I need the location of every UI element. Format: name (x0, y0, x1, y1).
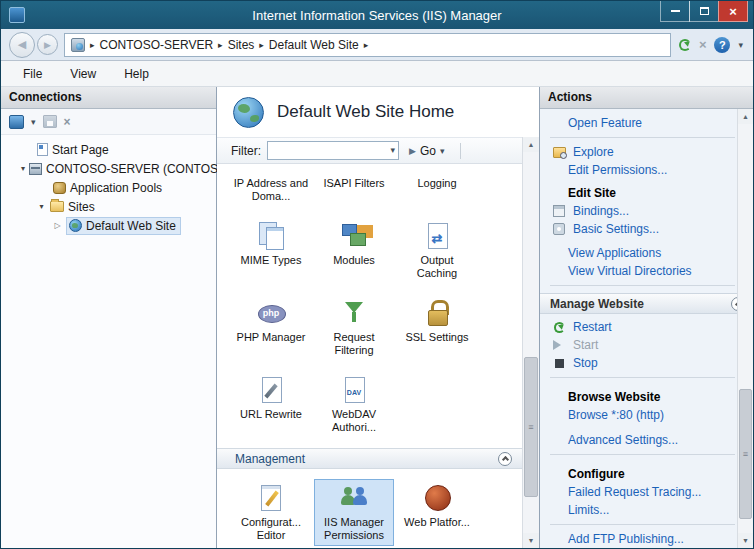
iis-manager-window: Internet Information Services (IIS) Mana… (0, 0, 754, 549)
tree-item-application-pools[interactable]: Application Pools (1, 178, 216, 197)
feature-modules[interactable]: Modules (314, 217, 394, 284)
webdav-icon: DAV (338, 375, 370, 405)
feature-webdav-authoring[interactable]: DAV WebDAV Authori... (314, 371, 394, 438)
action-explore[interactable]: Explore (550, 143, 735, 161)
tree-collapsed-icon[interactable]: ▷ (53, 221, 62, 230)
server-breadcrumb-icon (71, 38, 85, 52)
action-basic-settings[interactable]: Basic Settings... (550, 220, 735, 238)
feature-ip-address[interactable]: IP Address and Doma... (231, 173, 311, 207)
go-button[interactable]: ▶ Go ▾ (405, 143, 448, 159)
action-restart[interactable]: Restart (550, 318, 735, 336)
main-scrollbar[interactable]: ▲ ≡ ▼ (522, 137, 539, 548)
tree-item-start-page[interactable]: Start Page (1, 140, 216, 159)
action-open-feature[interactable]: Open Feature (550, 114, 735, 132)
help-icon[interactable]: ? (714, 37, 730, 53)
feature-configuration-editor[interactable]: Configurat... Editor (231, 479, 311, 546)
scroll-down-icon[interactable]: ▼ (738, 533, 753, 548)
delete-connection-icon[interactable]: × (64, 115, 71, 129)
feature-mime-types[interactable]: MIME Types (231, 217, 311, 284)
sites-folder-icon (50, 201, 64, 212)
menu-help[interactable]: Help (124, 67, 149, 81)
minimize-button[interactable] (660, 1, 690, 22)
address-bar: ◀ ▶ ▸ CONTOSO-SERVER ▸ Sites ▸ Default W… (1, 29, 753, 61)
tree-expanded-icon[interactable]: ▾ (37, 202, 46, 211)
action-edit-permissions[interactable]: Edit Permissions... (550, 161, 735, 179)
feature-php-manager[interactable]: php PHP Manager (231, 294, 311, 361)
tree-selection[interactable]: Default Web Site (66, 217, 181, 235)
modules-icon (338, 221, 370, 251)
create-connection-icon[interactable] (9, 115, 24, 129)
address-bar-icons: × ? ▾ (677, 37, 745, 53)
scroll-up-icon[interactable]: ▲ (523, 137, 539, 152)
configuration-editor-icon (255, 483, 287, 513)
breadcrumb-separator-icon[interactable]: ▸ (259, 40, 264, 50)
features-grid: IP Address and Doma... ISAPI Filters Log… (217, 165, 522, 548)
feature-iis-manager-permissions[interactable]: IIS Manager Permissions (314, 479, 394, 546)
tree-item-default-web-site[interactable]: ▷ Default Web Site (1, 216, 216, 235)
feature-output-caching[interactable]: ⇄ Output Caching (397, 217, 477, 284)
action-browse-http[interactable]: Browse *:80 (http) (550, 406, 735, 424)
menu-file[interactable]: File (23, 67, 42, 81)
breadcrumb[interactable]: ▸ CONTOSO-SERVER ▸ Sites ▸ Default Web S… (64, 33, 671, 57)
action-limits[interactable]: Limits... (550, 501, 735, 519)
tree-expanded-icon[interactable]: ▾ (21, 164, 25, 173)
basic-settings-icon (553, 223, 565, 235)
back-button[interactable]: ◀ (9, 32, 35, 58)
action-bindings[interactable]: Bindings... (550, 202, 735, 220)
maximize-button[interactable] (689, 1, 719, 22)
feature-logging[interactable]: Logging (397, 173, 477, 207)
divider (550, 285, 735, 286)
divider (550, 454, 735, 455)
configure-heading: Configure (550, 460, 735, 483)
filter-caret-icon[interactable]: ▾ (390, 145, 395, 155)
scroll-down-icon[interactable]: ▼ (523, 533, 539, 548)
breadcrumb-separator-icon[interactable]: ▸ (218, 40, 223, 50)
main-scrollbar-thumb[interactable]: ≡ (524, 357, 538, 497)
breadcrumb-item-server[interactable]: CONTOSO-SERVER (100, 38, 214, 52)
feature-url-rewrite[interactable]: URL Rewrite (231, 371, 311, 438)
action-stop[interactable]: Stop (550, 354, 735, 372)
save-connections-icon[interactable] (43, 115, 57, 128)
scroll-up-icon[interactable]: ▲ (738, 109, 753, 124)
action-add-ftp-publishing[interactable]: Add FTP Publishing... (550, 530, 735, 548)
main-panel: Default Web Site Home Filter: ▾ ▶ Go ▾ I… (217, 87, 539, 548)
actions-scrollbar[interactable]: ▲ ≡ ▼ (737, 109, 753, 548)
maximize-icon (700, 7, 709, 15)
action-advanced-settings[interactable]: Advanced Settings... (550, 431, 735, 449)
stop-icon[interactable]: × (699, 38, 707, 51)
title-bar[interactable]: Internet Information Services (IIS) Mana… (1, 1, 753, 29)
filter-divider (460, 143, 461, 159)
filter-input[interactable]: ▾ (267, 141, 399, 160)
tree-item-server[interactable]: ▾ CONTOSO-SERVER (CONTOS (1, 159, 216, 178)
window-title: Internet Information Services (IIS) Mana… (252, 8, 501, 23)
breadcrumb-separator-icon[interactable]: ▸ (364, 40, 369, 50)
help-caret-icon[interactable]: ▾ (738, 40, 743, 50)
action-view-applications[interactable]: View Applications (550, 244, 735, 262)
breadcrumb-item-default-web-site[interactable]: Default Web Site (269, 38, 359, 52)
go-icon: ▶ (409, 146, 416, 156)
filter-bar: Filter: ▾ ▶ Go ▾ (217, 137, 522, 164)
explore-icon (553, 147, 566, 158)
action-failed-request-tracing[interactable]: Failed Request Tracing... (550, 483, 735, 501)
connections-toolbar: ▾ × (1, 109, 216, 135)
tree-item-sites[interactable]: ▾ Sites (1, 197, 216, 216)
menu-view[interactable]: View (70, 67, 96, 81)
divider (550, 137, 735, 138)
connection-caret-icon[interactable]: ▾ (31, 117, 36, 127)
feature-web-platform[interactable]: Web Platfor... (397, 479, 477, 546)
actions-scrollbar-thumb[interactable]: ≡ (739, 389, 752, 519)
breadcrumb-item-sites[interactable]: Sites (228, 38, 255, 52)
action-view-virtual-directories[interactable]: View Virtual Directories (550, 262, 735, 280)
manage-website-heading[interactable]: Manage Website (540, 293, 753, 314)
feature-ssl-settings[interactable]: SSL Settings (397, 294, 477, 361)
refresh-icon[interactable] (679, 39, 691, 51)
close-button[interactable]: × (718, 1, 748, 22)
go-caret-icon[interactable]: ▾ (440, 146, 445, 156)
collapse-section-icon[interactable] (498, 452, 512, 466)
feature-request-filtering[interactable]: Request Filtering (314, 294, 394, 361)
features-row-2: php PHP Manager Request Filtering SSL Se… (231, 294, 522, 361)
actions-header: Actions (540, 87, 753, 109)
forward-button[interactable]: ▶ (37, 34, 58, 55)
bindings-icon (553, 205, 565, 217)
feature-isapi-filters[interactable]: ISAPI Filters (314, 173, 394, 207)
